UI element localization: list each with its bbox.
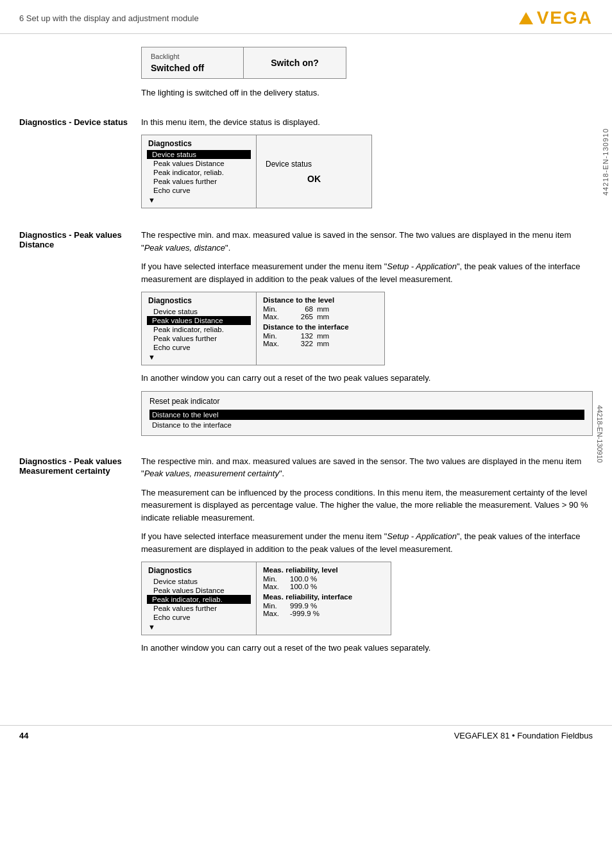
status-title: Device status (266, 160, 362, 169)
peak-distance-data: Distance to the level Min. 68 mm Max. 26… (257, 292, 385, 365)
backlight-right-panel: Switch on? (244, 47, 346, 79)
peak-distance-label: Diagnostics - Peak values Distance (19, 229, 128, 442)
vega-logo: VEGA (519, 8, 593, 28)
peak-menu-peak-indicator[interactable]: Peak indicator, reliab. (148, 325, 250, 334)
reset-item-level[interactable]: Distance to the level (149, 410, 584, 420)
meas-menu-title: Diagnostics (148, 566, 250, 575)
backlight-title: Backlight (151, 53, 234, 60)
side-id: 44218-EN-130910 (602, 128, 609, 196)
vertical-id: 44218-EN-130910 (596, 405, 604, 463)
meas-panels: Diagnostics Device status Peak values Di… (141, 562, 593, 635)
page-number: 44 (19, 731, 28, 740)
level-title: Distance to the level (263, 296, 378, 304)
meas-level-max-row: Max. 100.0 % (263, 583, 384, 590)
device-status-menu: Diagnostics Device status Peak values Di… (141, 135, 257, 208)
peak-meas-body1: The respective min. and max. measured va… (141, 455, 593, 480)
peak-distance-section: Diagnostics - Peak values Distance The r… (19, 229, 593, 442)
peak-measurement-body: The respective min. and max. measured va… (141, 455, 593, 661)
backlight-panels: Backlight Switched off Switch on? (141, 47, 593, 79)
meas-level-title: Meas. reliability, level (263, 566, 384, 574)
peak-meas-body2: The measurement can be influenced by the… (141, 487, 593, 524)
peak-distance-menu: Diagnostics Device status Peak values Di… (141, 292, 257, 365)
page-content: Backlight Switched off Switch on? The li… (0, 34, 612, 699)
footer-product: VEGAFLEX 81 • Foundation Fieldbus (454, 731, 593, 740)
menu-item-peak-further[interactable]: Peak values further (148, 177, 250, 186)
device-status-panel: Device status OK (257, 135, 372, 208)
interface-min-row: Min. 132 mm (263, 332, 378, 340)
menu-item-device-status[interactable]: Device status (147, 150, 251, 159)
header-title: 6 Set up with the display and adjustment… (19, 13, 199, 23)
level-max-row: Max. 265 mm (263, 313, 378, 321)
device-status-panels: Diagnostics Device status Peak values Di… (141, 135, 593, 208)
interface-title: Distance to the interface (263, 323, 378, 331)
peak-diag-menu-title: Diagnostics (148, 296, 250, 305)
page-footer: 44 VEGAFLEX 81 • Foundation Fieldbus (0, 725, 612, 746)
reset-item-interface[interactable]: Distance to the interface (149, 420, 584, 430)
peak-menu-peak-distance[interactable]: Peak values Distance (147, 316, 251, 325)
switch-on-text: Switch on? (271, 58, 319, 68)
meas-menu-echo-curve[interactable]: Echo curve (148, 613, 250, 622)
peak-meas-body3: If you have selected interface measureme… (141, 530, 593, 555)
peak-distance-body: The respective min. and max. measured va… (141, 229, 593, 442)
meas-interface-min-row: Min. 999.9 % (263, 602, 384, 610)
meas-data: Meas. reliability, level Min. 100.0 % Ma… (257, 562, 391, 635)
peak-menu-peak-further[interactable]: Peak values further (148, 334, 250, 343)
peak-meas-body4: In another window you can carry out a re… (141, 642, 593, 655)
page-header: 6 Set up with the display and adjustment… (0, 0, 612, 34)
device-status-intro: In this menu item, the device status is … (141, 116, 593, 129)
backlight-label (19, 47, 128, 106)
peak-distance-body2: If you have selected interface measureme… (141, 260, 593, 285)
meas-menu-peak-distance[interactable]: Peak values Distance (148, 586, 250, 595)
backlight-left-panel: Backlight Switched off (141, 47, 244, 79)
meas-menu-peak-further[interactable]: Peak values further (148, 604, 250, 613)
backlight-description: The lighting is switched off in the deli… (141, 87, 593, 99)
peak-distance-panels: Diagnostics Device status Peak values Di… (141, 292, 593, 365)
backlight-section: Backlight Switched off Switch on? The li… (19, 47, 593, 106)
device-status-label: Diagnostics - Device status (19, 116, 128, 217)
menu-item-echo-curve[interactable]: Echo curve (148, 186, 250, 195)
peak-measurement-section: Diagnostics - Peak values Measurement ce… (19, 455, 593, 661)
meas-interface-max-row: Max. -999.9 % (263, 610, 384, 617)
device-status-body: In this menu item, the device status is … (141, 116, 593, 217)
interface-max-row: Max. 322 mm (263, 340, 378, 347)
backlight-body: Backlight Switched off Switch on? The li… (141, 47, 593, 106)
device-status-section: Diagnostics - Device status In this menu… (19, 116, 593, 217)
meas-menu-device-status[interactable]: Device status (148, 577, 250, 586)
meas-menu: Diagnostics Device status Peak values Di… (141, 562, 257, 635)
meas-level-min-row: Min. 100.0 % (263, 575, 384, 583)
status-value: OK (266, 174, 362, 184)
peak-menu-echo-curve[interactable]: Echo curve (148, 343, 250, 352)
level-min-row: Min. 68 mm (263, 305, 378, 313)
diag-menu-title: Diagnostics (148, 139, 250, 148)
peak-menu-device-status[interactable]: Device status (148, 307, 250, 316)
backlight-value: Switched off (151, 63, 234, 73)
peak-distance-body3: In another window you can carry out a re… (141, 372, 593, 385)
peak-measurement-label: Diagnostics - Peak values Measurement ce… (19, 455, 128, 661)
reset-panel-title: Reset peak indicator (149, 397, 584, 406)
reset-panel: Reset peak indicator Distance to the lev… (141, 391, 593, 436)
menu-item-peak-indicator[interactable]: Peak indicator, reliab. (148, 168, 250, 177)
menu-item-peak-distance[interactable]: Peak values Distance (148, 159, 250, 168)
meas-menu-peak-indicator[interactable]: Peak indicator, reliab. (147, 595, 251, 604)
peak-distance-body1: The respective min. and max. measured va… (141, 229, 593, 254)
meas-interface-title: Meas. reliability, interface (263, 593, 384, 601)
